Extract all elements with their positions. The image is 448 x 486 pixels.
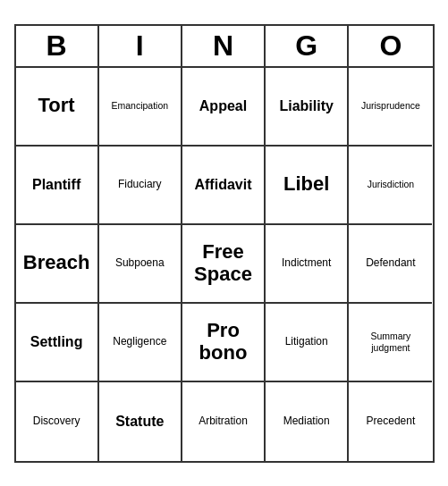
- cell-label: Jurisdiction: [368, 179, 415, 190]
- bingo-cell: Defendant: [349, 225, 432, 304]
- bingo-cell: Affidavit: [182, 147, 266, 225]
- cell-label: Breach: [23, 252, 90, 273]
- cell-label: Free Space: [186, 241, 260, 284]
- header-letter: G: [266, 26, 349, 66]
- bingo-cell: Negligence: [99, 304, 182, 382]
- cell-label: Fiduciary: [118, 178, 162, 190]
- bingo-cell: Breach: [16, 225, 99, 304]
- cell-label: Precedent: [367, 415, 416, 427]
- bingo-cell: Fiduciary: [99, 147, 182, 225]
- bingo-cell: Indictment: [266, 225, 349, 304]
- bingo-cell: Jurisprudence: [349, 68, 432, 147]
- cell-label: Mediation: [283, 415, 330, 427]
- cell-label: Plantiff: [32, 177, 80, 193]
- cell-label: Arbitration: [199, 415, 248, 427]
- bingo-header: BINGO: [16, 26, 433, 68]
- header-letter: O: [349, 26, 432, 66]
- bingo-cell: Liability: [266, 68, 349, 147]
- bingo-cell: Litigation: [266, 304, 349, 382]
- bingo-cell: Tort: [16, 68, 99, 147]
- bingo-grid: TortEmancipationAppealLiabilityJurisprud…: [16, 68, 433, 461]
- bingo-cell: Summary judgment: [349, 304, 432, 382]
- bingo-cell: Jurisdiction: [349, 147, 432, 225]
- bingo-cell: Precedent: [349, 382, 432, 461]
- cell-label: Appeal: [199, 98, 247, 114]
- bingo-cell: Appeal: [182, 68, 266, 147]
- cell-label: Settling: [30, 334, 83, 350]
- cell-label: Statute: [115, 414, 164, 430]
- cell-label: Summary judgment: [352, 331, 428, 353]
- bingo-cell: Pro bono: [182, 304, 266, 382]
- cell-label: Defendant: [366, 256, 415, 269]
- bingo-cell: Discovery: [16, 382, 99, 461]
- bingo-card: BINGO TortEmancipationAppealLiabilityJur…: [14, 24, 435, 463]
- cell-label: Tort: [38, 95, 75, 116]
- cell-label: Pro bono: [186, 320, 260, 363]
- header-letter: N: [182, 26, 266, 66]
- cell-label: Litigation: [285, 335, 328, 348]
- cell-label: Indictment: [282, 256, 331, 269]
- bingo-cell: Free Space: [182, 225, 266, 304]
- cell-label: Affidavit: [194, 177, 251, 193]
- header-letter: I: [99, 26, 182, 66]
- cell-label: Subpoena: [115, 256, 165, 269]
- cell-label: Emancipation: [111, 100, 168, 112]
- bingo-cell: Statute: [99, 382, 182, 461]
- cell-label: Jurisprudence: [361, 100, 420, 112]
- cell-label: Discovery: [33, 415, 80, 427]
- bingo-cell: Settling: [16, 304, 99, 382]
- cell-label: Libel: [283, 173, 329, 195]
- bingo-cell: Arbitration: [182, 382, 266, 461]
- bingo-cell: Emancipation: [99, 68, 182, 147]
- cell-label: Negligence: [113, 335, 166, 348]
- bingo-cell: Mediation: [266, 382, 349, 461]
- bingo-cell: Plantiff: [16, 147, 99, 225]
- bingo-cell: Subpoena: [99, 225, 182, 304]
- bingo-cell: Libel: [266, 147, 349, 225]
- cell-label: Liability: [279, 98, 333, 114]
- header-letter: B: [16, 26, 99, 66]
